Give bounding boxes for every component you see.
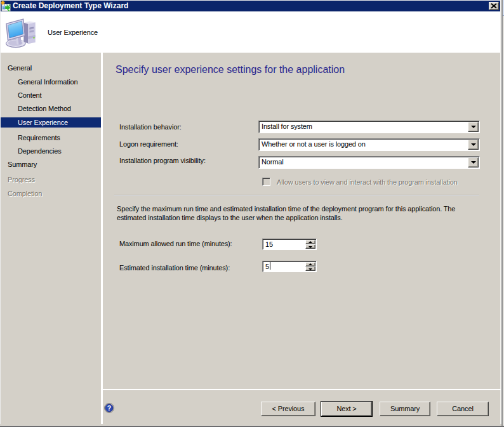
svg-text:?: ?	[107, 404, 111, 412]
